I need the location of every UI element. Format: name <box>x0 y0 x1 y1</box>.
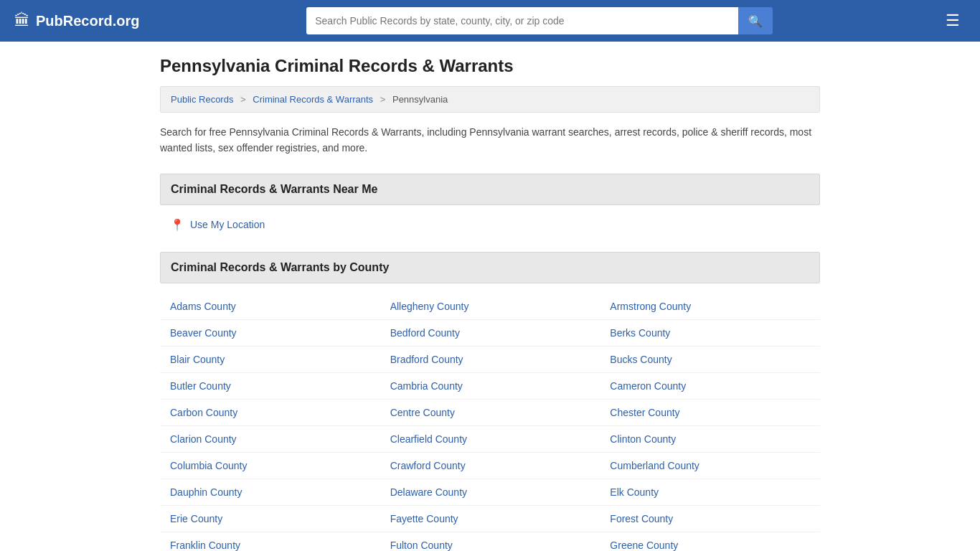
county-link[interactable]: Bucks County <box>600 347 820 373</box>
county-link[interactable]: Delaware County <box>380 479 600 506</box>
menu-button[interactable]: ☰ <box>940 9 966 33</box>
county-link[interactable]: Clinton County <box>600 426 820 453</box>
county-link[interactable]: Armstrong County <box>600 293 820 320</box>
county-link[interactable]: Allegheny County <box>380 293 600 320</box>
breadcrumb-sep-1: > <box>240 94 248 105</box>
county-link[interactable]: Berks County <box>600 320 820 347</box>
county-link[interactable]: Chester County <box>600 400 820 426</box>
search-area: 🔍 <box>306 7 773 34</box>
use-location-label: Use My Location <box>190 219 265 230</box>
county-grid: Adams CountyAllegheny CountyArmstrong Co… <box>160 293 820 551</box>
main-content: Pennsylvania Criminal Records & Warrants… <box>146 42 834 551</box>
county-link[interactable]: Dauphin County <box>160 479 380 506</box>
logo-link[interactable]: 🏛 PubRecord.org <box>14 11 139 30</box>
county-link[interactable]: Erie County <box>160 506 380 532</box>
county-link[interactable]: Butler County <box>160 373 380 400</box>
county-link[interactable]: Fulton County <box>380 532 600 551</box>
county-link[interactable]: Centre County <box>380 400 600 426</box>
page-description: Search for free Pennsylvania Criminal Re… <box>160 124 820 156</box>
breadcrumb-sep-2: > <box>380 94 388 105</box>
near-me-heading: Criminal Records & Warrants Near Me <box>160 174 820 205</box>
county-link[interactable]: Beaver County <box>160 320 380 347</box>
page-title: Pennsylvania Criminal Records & Warrants <box>160 56 820 76</box>
county-link[interactable]: Adams County <box>160 293 380 320</box>
county-link[interactable]: Cambria County <box>380 373 600 400</box>
county-link[interactable]: Clearfield County <box>380 426 600 453</box>
breadcrumb-public-records[interactable]: Public Records <box>171 94 233 105</box>
building-icon: 🏛 <box>14 11 30 30</box>
search-button[interactable]: 🔍 <box>738 7 773 34</box>
county-link[interactable]: Cameron County <box>600 373 820 400</box>
county-link[interactable]: Fayette County <box>380 506 600 532</box>
county-link[interactable]: Carbon County <box>160 400 380 426</box>
search-icon: 🔍 <box>748 15 763 27</box>
breadcrumb: Public Records > Criminal Records & Warr… <box>160 86 820 113</box>
county-link[interactable]: Greene County <box>600 532 820 551</box>
county-link[interactable]: Columbia County <box>160 453 380 479</box>
county-link[interactable]: Crawford County <box>380 453 600 479</box>
county-section: Criminal Records & Warrants by County Ad… <box>160 252 820 551</box>
breadcrumb-current: Pennsylvania <box>392 94 448 105</box>
county-link[interactable]: Franklin County <box>160 532 380 551</box>
use-location-button[interactable]: 📍 Use My Location <box>160 215 275 235</box>
site-header: 🏛 PubRecord.org 🔍 ☰ <box>0 0 980 42</box>
county-link[interactable]: Elk County <box>600 479 820 506</box>
breadcrumb-criminal-records[interactable]: Criminal Records & Warrants <box>253 94 373 105</box>
location-pin-icon: 📍 <box>170 218 184 232</box>
county-link[interactable]: Bradford County <box>380 347 600 373</box>
county-link[interactable]: Clarion County <box>160 426 380 453</box>
county-link[interactable]: Forest County <box>600 506 820 532</box>
hamburger-icon: ☰ <box>946 11 960 29</box>
near-me-section: Criminal Records & Warrants Near Me 📍 Us… <box>160 174 820 235</box>
search-input[interactable] <box>306 7 738 34</box>
county-link[interactable]: Bedford County <box>380 320 600 347</box>
county-link[interactable]: Cumberland County <box>600 453 820 479</box>
county-section-heading: Criminal Records & Warrants by County <box>160 252 820 283</box>
logo-text: PubRecord.org <box>36 13 139 29</box>
county-link[interactable]: Blair County <box>160 347 380 373</box>
